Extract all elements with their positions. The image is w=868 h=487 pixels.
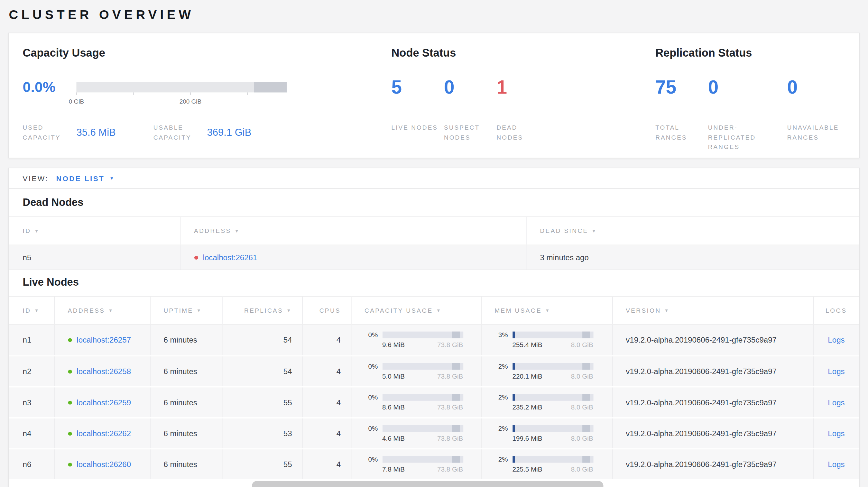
used-capacity-label: USED CAPACITY: [23, 123, 66, 142]
sort-desc-icon: [34, 227, 40, 234]
node-address-cell: localhost:26260: [54, 449, 150, 480]
capacity-usage-bar: [382, 363, 463, 369]
view-selector-value: NODE LIST: [56, 174, 104, 183]
total-ranges-label: TOTAL RANGES: [655, 123, 703, 142]
node-address-cell: localhost:26262: [54, 418, 150, 448]
used-capacity-stat: USED CAPACITY 35.6 MiB: [23, 123, 116, 142]
mem-total-value: 8.0 GiB: [571, 434, 593, 442]
capacity-percent: 0%: [365, 424, 378, 432]
sort-desc-icon: [196, 307, 202, 314]
column-header-id[interactable]: ID: [9, 296, 54, 325]
node-address-link[interactable]: localhost:26258: [76, 367, 131, 376]
mem-used-value: 235.2 MiB: [512, 403, 542, 411]
column-header-uptime[interactable]: UPTIME: [150, 296, 222, 325]
node-id-cell: n1: [9, 325, 54, 355]
mem-percent: 2%: [494, 424, 508, 432]
capacity-usage-marker: [452, 456, 460, 462]
logs-link[interactable]: Logs: [828, 397, 844, 407]
mem-total-value: 8.0 GiB: [571, 341, 593, 349]
capacity-percent: 0%: [365, 455, 378, 463]
cpus-cell: 4: [302, 356, 351, 387]
view-selector[interactable]: VIEW: NODE LIST: [9, 168, 859, 189]
logs-link[interactable]: Logs: [828, 335, 844, 345]
capacity-used-value: 8.6 MiB: [382, 403, 405, 411]
live-nodes-heading: Live Nodes: [23, 276, 859, 289]
capacity-axis: 0 GiB 200 GiB: [76, 92, 287, 111]
uptime-cell: 6 minutes: [150, 418, 222, 448]
node-id-cell: n3: [9, 387, 54, 418]
mem-used-value: 199.6 MiB: [512, 434, 542, 442]
suspect-nodes-label: SUSPECT NODES: [444, 123, 492, 142]
mem-usage-marker: [582, 394, 590, 400]
total-ranges-count: 75: [655, 77, 708, 97]
usable-capacity-stat: USABLE CAPACITY 369.1 GiB: [153, 123, 252, 142]
nodes-card: VIEW: NODE LIST Dead Nodes ID ADDRESS DE…: [8, 168, 860, 487]
node-id-cell: n4: [9, 418, 54, 448]
mem-usage-fill: [512, 456, 515, 462]
node-address-link[interactable]: localhost:26257: [76, 335, 131, 345]
column-header-version[interactable]: VERSION: [612, 296, 813, 325]
live-nodes-table: ID ADDRESS UPTIME REPLICAS CPUS CAPACITY…: [9, 296, 859, 480]
capacity-total-value: 73.8 GiB: [437, 465, 463, 473]
dead-column-header-dead-since[interactable]: DEAD SINCE: [526, 217, 859, 245]
capacity-used-value: 9.6 MiB: [382, 341, 405, 349]
unavailable-ranges-count: 0: [787, 77, 840, 97]
live-node-row: n4 localhost:26262 6 minutes 53 4 0%: [9, 418, 859, 448]
uptime-cell: 6 minutes: [150, 387, 222, 418]
chevron-down-icon: [110, 173, 114, 183]
column-header-cpus[interactable]: CPUS: [302, 296, 351, 325]
mem-usage-cell: 2% 235.2 MiB 8.0 GiB: [481, 387, 612, 418]
capacity-usage-marker: [452, 332, 460, 338]
sort-desc-icon: [664, 307, 670, 314]
mem-usage-cell: 2% 225.5 MiB 8.0 GiB: [481, 449, 612, 480]
mem-usage-marker: [582, 363, 590, 369]
replicas-cell: 53: [222, 418, 302, 448]
capacity-usage-heading: Capacity Usage: [23, 46, 392, 60]
mem-usage-cell: 2% 199.6 MiB 8.0 GiB: [481, 418, 612, 448]
logs-cell: Logs: [813, 325, 859, 355]
live-node-row: n2 localhost:26258 6 minutes 54 4 0%: [9, 356, 859, 387]
capacity-total-value: 73.8 GiB: [437, 434, 463, 442]
under-replicated-ranges-stat: 0 UNDER-REPLICATED RANGES: [708, 77, 787, 152]
dead-nodes-table: ID ADDRESS DEAD SINCE n5 localhost:26261…: [9, 217, 859, 270]
capacity-usage-bar: [382, 456, 463, 462]
node-address-link[interactable]: localhost:26260: [76, 460, 131, 469]
capacity-percent: 0.0%: [23, 80, 76, 94]
logs-cell: Logs: [813, 387, 859, 418]
cpus-cell: 4: [302, 449, 351, 480]
capacity-total-value: 73.8 GiB: [437, 341, 463, 349]
page-title: CLUSTER OVERVIEW: [0, 0, 868, 22]
column-header-mem-usage[interactable]: MEM USAGE: [481, 296, 612, 325]
usable-capacity-label: USABLE CAPACITY: [153, 123, 196, 142]
node-address-link[interactable]: localhost:26262: [76, 429, 131, 438]
node-address-link[interactable]: localhost:26259: [76, 397, 131, 407]
column-header-replicas[interactable]: REPLICAS: [222, 296, 302, 325]
replication-status-heading: Replication Status: [655, 46, 859, 60]
mem-usage-marker: [582, 456, 590, 462]
horizontal-scrollbar-thumb[interactable]: [252, 481, 603, 487]
logs-link[interactable]: Logs: [828, 367, 844, 376]
sort-desc-icon: [436, 307, 442, 314]
live-node-row: n6 localhost:26260 6 minutes 55 4 0%: [9, 449, 859, 480]
under-replicated-ranges-count: 0: [708, 77, 787, 97]
column-header-address[interactable]: ADDRESS: [54, 296, 150, 325]
capacity-percent: 0%: [365, 362, 378, 370]
node-address-link[interactable]: localhost:26261: [203, 253, 257, 262]
capacity-used-value: 5.0 MiB: [382, 372, 405, 380]
node-address-cell: localhost:26258: [54, 356, 150, 387]
column-header-logs[interactable]: LOGS: [813, 296, 859, 325]
version-cell: v19.2.0-alpha.20190606-2491-gfe735c9a97: [612, 418, 813, 448]
version-cell: v19.2.0-alpha.20190606-2491-gfe735c9a97: [612, 387, 813, 418]
logs-link[interactable]: Logs: [828, 460, 844, 469]
column-header-capacity-usage[interactable]: CAPACITY USAGE: [351, 296, 481, 325]
dead-column-header-address[interactable]: ADDRESS: [181, 217, 526, 245]
axis-tick: [247, 92, 248, 95]
mem-percent: 2%: [494, 393, 508, 401]
replicas-cell: 54: [222, 356, 302, 387]
capacity-usage-marker: [452, 363, 460, 369]
logs-link[interactable]: Logs: [828, 429, 844, 438]
suspect-nodes-stat: 0 SUSPECT NODES: [444, 77, 496, 142]
mem-percent: 2%: [494, 455, 508, 463]
sort-desc-icon: [545, 307, 551, 314]
dead-column-header-id[interactable]: ID: [9, 217, 181, 245]
